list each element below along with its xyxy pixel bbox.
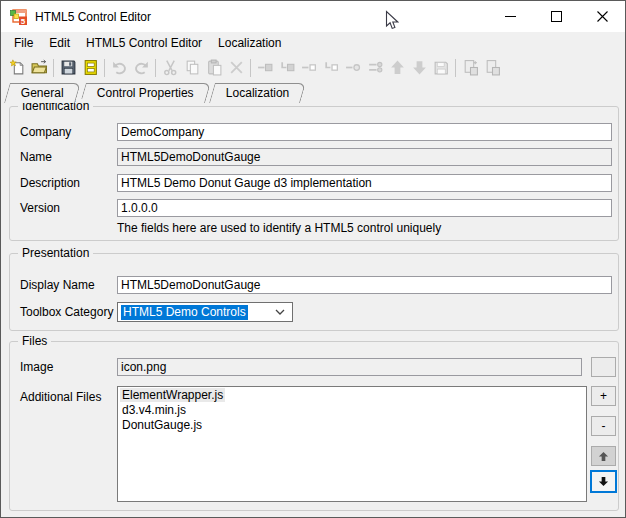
minimize-button[interactable]	[487, 1, 533, 32]
move-file-up-button[interactable]	[591, 446, 616, 466]
additional-files-listbox[interactable]: ElementWrapper.js d3.v4.min.js DonutGaug…	[117, 386, 587, 502]
export-localization-icon	[481, 57, 503, 79]
new-icon[interactable]	[6, 57, 28, 79]
remove-file-button[interactable]: -	[591, 416, 616, 436]
identification-group: Identification Company Name Description …	[9, 106, 619, 241]
toolbar-separator	[155, 59, 156, 77]
title-bar: 5 HTML5 Control Editor	[1, 1, 625, 32]
toolbar-separator	[455, 59, 456, 77]
delete-icon	[225, 57, 247, 79]
tab-localization[interactable]: Localization	[210, 83, 307, 103]
open-icon[interactable]	[28, 57, 50, 79]
version-label: Version	[20, 201, 117, 215]
move-down-icon	[408, 57, 430, 79]
window-title: HTML5 Control Editor	[35, 10, 151, 24]
menu-html5-control-editor[interactable]: HTML5 Control Editor	[78, 33, 210, 53]
add-property-icon	[298, 57, 320, 79]
svg-text:5: 5	[21, 16, 26, 24]
tab-general[interactable]: General	[4, 83, 80, 103]
add-file-button[interactable]: +	[591, 386, 616, 406]
company-input[interactable]	[117, 123, 612, 141]
toolbar-separator	[250, 59, 251, 77]
files-group: Files Image Additional Files ElementWrap…	[9, 341, 619, 511]
toolbox-category-label: Toolbox Category	[20, 305, 117, 319]
toolbar-separator	[53, 59, 54, 77]
version-input[interactable]	[117, 199, 612, 217]
minimize-icon	[505, 11, 516, 22]
maximize-icon	[551, 11, 562, 22]
identification-note: The fields here are used to identify a H…	[117, 221, 441, 235]
add-enum-icon	[364, 57, 386, 79]
cut-icon	[159, 57, 181, 79]
tab-control-properties[interactable]: Control Properties	[80, 83, 210, 103]
close-button[interactable]	[579, 1, 625, 32]
description-input[interactable]	[117, 174, 612, 192]
menu-bar: File Edit HTML5 Control Editor Localizat…	[1, 32, 625, 54]
toolbox-category-value: HTML5 Demo Controls	[121, 305, 248, 320]
image-label: Image	[20, 360, 117, 374]
app-icon: 5	[10, 9, 27, 25]
toolbar	[1, 54, 625, 81]
paste-icon	[203, 57, 225, 79]
down-arrow-icon	[598, 476, 609, 487]
image-input	[117, 358, 582, 376]
list-item[interactable]: DonutGauge.js	[119, 418, 585, 433]
add-sub-property-icon	[320, 57, 342, 79]
image-browse-button[interactable]	[591, 357, 616, 377]
description-label: Description	[20, 176, 117, 190]
chevron-down-icon	[275, 309, 285, 315]
move-up-icon	[386, 57, 408, 79]
add-sub-item-icon	[276, 57, 298, 79]
presentation-group: Presentation Display Name Toolbox Catego…	[9, 253, 619, 331]
up-arrow-icon	[598, 451, 609, 462]
display-name-label: Display Name	[20, 278, 117, 292]
save-all-icon[interactable]	[79, 57, 101, 79]
menu-file[interactable]: File	[6, 33, 41, 53]
copy-icon	[181, 57, 203, 79]
menu-localization[interactable]: Localization	[210, 33, 289, 53]
additional-files-label: Additional Files	[20, 390, 101, 404]
add-event-icon	[342, 57, 364, 79]
files-legend: Files	[18, 334, 51, 348]
redo-icon	[130, 57, 152, 79]
maximize-button[interactable]	[533, 1, 579, 32]
presentation-legend: Presentation	[18, 246, 93, 260]
save-icon[interactable]	[57, 57, 79, 79]
list-item[interactable]: d3.v4.min.js	[119, 403, 585, 418]
list-item[interactable]: ElementWrapper.js	[119, 388, 585, 403]
import-localization-icon	[459, 57, 481, 79]
name-label: Name	[20, 150, 117, 164]
close-icon	[597, 11, 608, 22]
display-name-input[interactable]	[117, 276, 612, 294]
toolbar-separator	[104, 59, 105, 77]
name-input	[117, 148, 612, 166]
add-item-icon	[254, 57, 276, 79]
tab-strip: General Control Properties Localization	[7, 83, 309, 103]
undo-icon	[108, 57, 130, 79]
save-as-icon	[430, 57, 452, 79]
menu-edit[interactable]: Edit	[41, 33, 78, 53]
toolbox-category-combobox[interactable]: HTML5 Demo Controls	[117, 302, 293, 322]
app-window: 5 HTML5 Control Editor File Edit HTML5 C…	[0, 0, 626, 518]
company-label: Company	[20, 125, 117, 139]
move-file-down-button[interactable]	[590, 470, 617, 493]
